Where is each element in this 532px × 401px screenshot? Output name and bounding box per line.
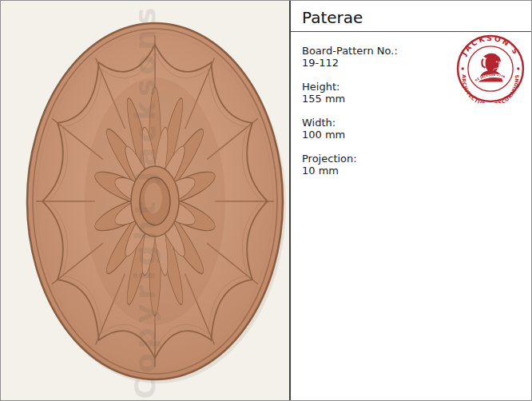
- catalog-page: Copyright Jacksons Paterae Board-Pattern…: [0, 0, 532, 401]
- paterae-ornament-image: [1, 1, 289, 400]
- stamp-right-dot: [517, 67, 519, 69]
- spec-label: Width:: [302, 117, 520, 129]
- product-info-panel: Paterae Board-Pattern No.: 19-112 Height…: [291, 1, 531, 400]
- spec-row-projection: Projection: 10 mm: [302, 153, 520, 177]
- spec-row-width: Width: 100 mm: [302, 117, 520, 141]
- spec-label: Projection:: [302, 153, 520, 165]
- product-image-panel: Copyright Jacksons: [1, 1, 289, 400]
- stamp-left-dot: [462, 67, 464, 69]
- page-title: Paterae: [291, 1, 531, 31]
- spec-value: 100 mm: [302, 129, 520, 141]
- spec-value: 10 mm: [302, 165, 520, 177]
- jacksons-seal-stamp: JACKSON'S ARCHITECTURAL DECORATIONS GEOR: [456, 34, 525, 103]
